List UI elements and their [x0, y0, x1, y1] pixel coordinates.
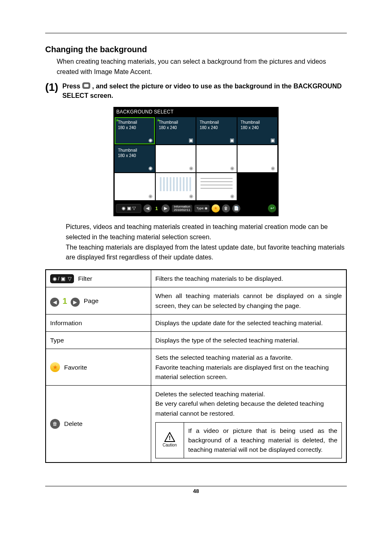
thumbnail-template: ◉ — [156, 173, 196, 200]
page-next-icon: ▶ — [71, 298, 80, 307]
figure-toolbar: ◉ ▣ ▽ ◀ 1 ▶ Information 2010/02/11 Type … — [114, 201, 278, 216]
caution-icon: ! Caution — [156, 423, 184, 458]
favorite-icon: ★ — [212, 204, 220, 213]
camera-icon: ◉ — [271, 165, 275, 171]
thumbnail: ★ Thumbnail180 x 240 ◉ — [115, 117, 155, 144]
thumbnail: Thumbnail180 x 240 ▣ — [196, 117, 237, 144]
camera-icon: ◉ — [148, 193, 152, 199]
thumbnail-grid: ★ Thumbnail180 x 240 ◉ ★ Thumbnail180 x … — [114, 116, 278, 201]
return-icon: ↩ — [268, 204, 276, 213]
thumbnail-empty: ◉ — [115, 173, 155, 200]
thumbnail: Thumbnail180 x 240 ◉ — [115, 145, 155, 172]
type-label: Type — [46, 332, 151, 349]
thumbnail-label: Thumbnail — [159, 120, 178, 125]
page-number-icon: 1 — [61, 296, 69, 305]
page-desc: When all teaching materials cannot be di… — [151, 287, 347, 314]
table-row: Type Displays the type of the selected t… — [46, 332, 346, 349]
top-horizontal-rule — [45, 33, 347, 33]
table-row: 🗑 Delete Deletes the selected teaching m… — [46, 386, 346, 462]
type-label: Type ◉ — [194, 205, 210, 212]
video-icon: ▣ — [270, 137, 275, 143]
thumbnail-empty-slot — [238, 173, 278, 200]
delete-desc-a: Deletes the selected teaching material. — [155, 389, 342, 399]
step-number: (1) — [45, 81, 58, 93]
type-desc: Displays the type of the selected teachi… — [151, 332, 347, 349]
step-text-a: Press — [62, 83, 82, 90]
desc-b: The teaching materials are displayed fro… — [66, 244, 345, 261]
svg-rect-1 — [84, 84, 88, 87]
background-select-screenshot: BACKGROUND SELECT ★ Thumbnail180 x 240 ◉… — [113, 107, 279, 216]
favorite-desc: Sets the selected teaching material as a… — [151, 349, 347, 386]
information-desc: Displays the update date for the selecte… — [151, 314, 347, 331]
filter-icon: ◉ ▣ ▽ — [116, 204, 141, 213]
page-label: Page — [84, 296, 99, 305]
intro-paragraph: When creating teaching materials, you ca… — [57, 57, 347, 77]
thumbnail-size: 180 x 240 — [118, 153, 136, 158]
camera-icon: ◉ — [205, 206, 208, 210]
thumbnail-label: Thumbnail — [118, 120, 137, 125]
caution-box: ! Caution If a video or picture that is … — [155, 422, 342, 458]
thumbnail-size: 180 x 240 — [159, 125, 177, 130]
desc-a: Pictures, videos and teaching materials … — [66, 223, 328, 240]
thumbnail-empty: ◉ — [196, 145, 237, 172]
caution-text: If a video or picture that is being used… — [184, 423, 341, 458]
thumbnail-template: ◉ — [196, 173, 237, 200]
camera-icon: ◉ — [230, 165, 234, 171]
thumbnail: ★ Thumbnail180 x 240 ▣ — [156, 117, 196, 144]
page-next-icon: ▶ — [161, 204, 170, 213]
thumbnail: Thumbnail180 x 240 ▣ — [238, 117, 278, 144]
camera-icon: ◉ — [189, 165, 193, 171]
camera-icon: ◉ — [189, 193, 193, 199]
video-icon: ▣ — [189, 137, 193, 143]
camera-icon: ◉ — [230, 193, 234, 199]
thumbnail-empty: ◉ — [156, 145, 196, 172]
step-1: (1) Press , and select the picture or vi… — [45, 81, 347, 100]
thumbnail-label: Thumbnail — [200, 120, 219, 125]
table-row: ★ Favorite Sets the selected teaching ma… — [46, 349, 346, 386]
thumbnail-size: 180 x 240 — [118, 125, 136, 130]
thumbnail-label: Thumbnail — [118, 148, 137, 153]
information-label: Information 2010/02/11 — [172, 205, 192, 212]
trash-icon: 🗑 — [50, 419, 60, 429]
feature-table: ◉ / ▣ ▽ Filter Filters the teaching mate… — [45, 269, 347, 463]
thumbnail-size: 180 x 240 — [241, 125, 259, 130]
open-icon: 📄 — [232, 204, 240, 213]
filter-label: Filter — [78, 274, 92, 283]
step-text-b: , and select the picture or video to use… — [62, 83, 342, 99]
camera-icon: ◉ — [148, 137, 152, 143]
heading-changing-background: Changing the background — [45, 45, 347, 54]
page-icon: ◀ 1 ▶ — [50, 295, 80, 307]
filter-icon: ◉ / ▣ ▽ — [50, 274, 74, 283]
description-paragraph: Pictures, videos and teaching materials … — [66, 222, 347, 263]
page-number: 48 — [193, 488, 199, 494]
information-label: Information — [46, 314, 151, 331]
table-row: ◀ 1 ▶ Page When all teaching materials c… — [46, 287, 346, 314]
delete-desc-b: Be very careful when deleting because th… — [155, 399, 342, 418]
background-icon — [82, 82, 90, 89]
table-row: Information Displays the update date for… — [46, 314, 346, 331]
favorite-label: Favorite — [64, 363, 87, 372]
thumbnail-label: Thumbnail — [241, 120, 260, 125]
table-row: ◉ / ▣ ▽ Filter Filters the teaching mate… — [46, 270, 346, 287]
step-text: Press , and select the picture or video … — [62, 81, 347, 100]
video-icon: ▣ — [230, 137, 234, 143]
camera-icon: ◉ — [148, 165, 152, 171]
page-prev-icon: ◀ — [143, 204, 152, 213]
filter-desc: Filters the teaching materials to be dis… — [151, 270, 347, 287]
svg-text:!: ! — [169, 435, 171, 441]
page-prev-icon: ◀ — [50, 298, 59, 307]
thumbnail-size: 180 x 240 — [200, 125, 218, 130]
page-number: 1 — [154, 204, 159, 213]
page-footer: 48 — [45, 486, 347, 494]
thumbnail-empty: ◉ — [238, 145, 278, 172]
star-icon: ★ — [50, 362, 60, 372]
caution-label: Caution — [163, 442, 177, 448]
figure-title: BACKGROUND SELECT — [114, 107, 278, 116]
trash-icon: 🗑 — [222, 204, 230, 213]
delete-label: Delete — [64, 419, 83, 428]
